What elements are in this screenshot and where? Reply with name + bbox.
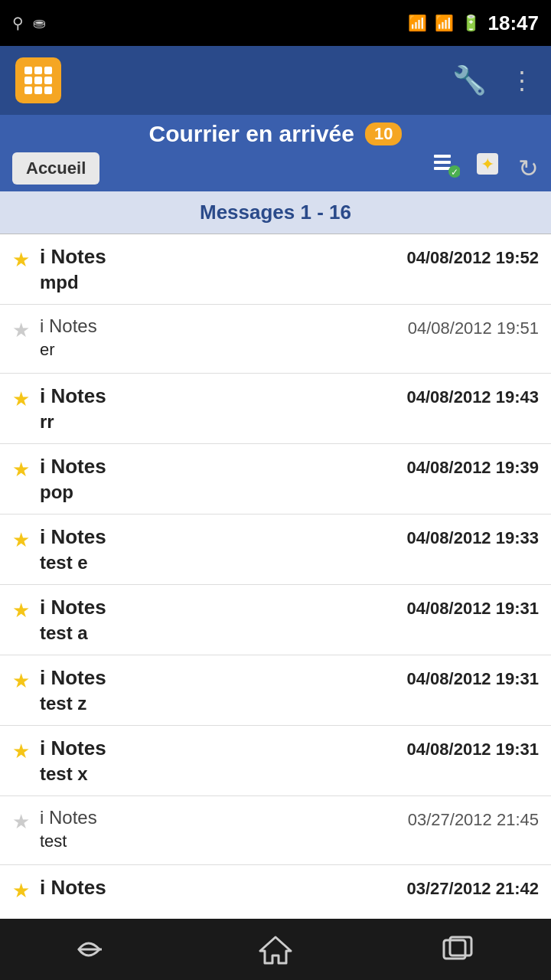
- message-sender: i Notes: [40, 384, 407, 408]
- star-icon[interactable]: ★: [12, 669, 30, 692]
- message-subject: test x: [40, 763, 407, 785]
- star-col[interactable]: ★: [12, 384, 40, 411]
- list-check-icon[interactable]: ✓: [432, 152, 460, 185]
- app-logo[interactable]: [15, 57, 61, 103]
- star-col[interactable]: ★: [12, 315, 40, 342]
- android-icon: ⚲: [12, 14, 24, 32]
- message-sender: i Notes: [40, 807, 408, 828]
- star-col[interactable]: ★: [12, 737, 40, 763]
- message-subject: er: [40, 340, 408, 360]
- message-list: ★i Notesmpd04/08/2012 19:52★i Noteser04/…: [0, 234, 551, 934]
- star-icon[interactable]: ★: [12, 458, 30, 481]
- message-subject: pop: [40, 482, 407, 503]
- new-note-icon[interactable]: ✦: [475, 152, 503, 185]
- message-date: 04/08/2012 19:43: [407, 384, 540, 407]
- svg-rect-0: [434, 155, 451, 158]
- message-date: 03/27/2012 21:45: [408, 807, 539, 830]
- message-date: 04/08/2012 19:31: [407, 596, 540, 619]
- message-subject: mpd: [40, 272, 407, 293]
- message-subject: test e: [40, 552, 407, 573]
- back-button[interactable]: [54, 926, 130, 972]
- message-sender: i Notes: [40, 666, 407, 690]
- message-sender: i Notes: [40, 737, 407, 760]
- action-bar: 🔧 ⋮: [0, 46, 551, 115]
- message-content: i Notes: [40, 876, 407, 903]
- message-row[interactable]: ★i Notesmpd04/08/2012 19:52: [0, 234, 551, 305]
- message-row[interactable]: ★i Notesrr04/08/2012 19:43: [0, 374, 551, 444]
- star-col[interactable]: ★: [12, 596, 40, 622]
- message-date: 03/27/2012 21:42: [407, 876, 540, 899]
- message-row[interactable]: ★i Notestest x04/08/2012 19:31: [0, 726, 551, 796]
- message-sender: i Notes: [40, 455, 407, 479]
- message-date: 04/08/2012 19:31: [407, 737, 540, 760]
- svg-rect-1: [434, 161, 451, 164]
- wifi-icon: 📶: [408, 14, 427, 32]
- message-subject: test: [40, 831, 408, 851]
- star-icon[interactable]: ★: [12, 318, 30, 341]
- message-content: i Notestest a: [40, 596, 407, 644]
- messages-bar: Messages 1 - 16: [0, 191, 551, 234]
- star-col[interactable]: ★: [12, 807, 40, 834]
- inbox-title: Courrier en arrivée: [149, 121, 354, 147]
- message-content: i Notestest: [40, 807, 408, 851]
- star-icon[interactable]: ★: [12, 740, 30, 763]
- message-row[interactable]: ★i Notestest a04/08/2012 19:31: [0, 585, 551, 655]
- accueil-button[interactable]: Accueil: [12, 152, 99, 185]
- svg-marker-8: [260, 937, 291, 963]
- star-icon[interactable]: ★: [12, 528, 30, 551]
- message-sender: i Notes: [40, 596, 407, 619]
- message-content: i Notesmpd: [40, 245, 407, 293]
- svg-text:✦: ✦: [481, 155, 494, 174]
- star-col[interactable]: ★: [12, 245, 40, 272]
- message-subject: test z: [40, 693, 407, 714]
- message-content: i Notestest e: [40, 525, 407, 573]
- message-content: i Notestest x: [40, 737, 407, 785]
- star-icon[interactable]: ★: [12, 810, 30, 833]
- battery-icon: 🔋: [461, 14, 481, 32]
- header: Courrier en arrivée 10 Accueil ✓ ✦ ↻: [0, 115, 551, 191]
- message-sender: i Notes: [40, 525, 407, 549]
- home-button[interactable]: [237, 926, 314, 972]
- status-bar: ⚲ ⛂ 📶 📶 🔋 18:47: [0, 0, 551, 46]
- bottom-navigation: [0, 919, 551, 980]
- message-date: 04/08/2012 19:39: [407, 455, 540, 478]
- message-row[interactable]: ★i Noteser04/08/2012 19:51: [0, 305, 551, 374]
- message-content: i Notestest z: [40, 666, 407, 714]
- usb-icon: ⛂: [33, 14, 46, 32]
- message-row[interactable]: ★i Notestest e04/08/2012 19:33: [0, 514, 551, 585]
- message-row[interactable]: ★i Notestest03/27/2012 21:45: [0, 796, 551, 865]
- status-time: 18:47: [488, 11, 540, 35]
- message-sender: i Notes: [40, 315, 408, 337]
- star-col[interactable]: ★: [12, 525, 40, 552]
- message-date: 04/08/2012 19:31: [407, 666, 540, 689]
- signal-icon: 📶: [435, 14, 454, 32]
- star-icon[interactable]: ★: [12, 599, 30, 622]
- message-sender: i Notes: [40, 245, 407, 269]
- message-content: i Notespop: [40, 455, 407, 503]
- message-row[interactable]: ★i Notestest z04/08/2012 19:31: [0, 655, 551, 726]
- star-icon[interactable]: ★: [12, 387, 30, 410]
- refresh-icon[interactable]: ↻: [518, 154, 539, 183]
- star-col[interactable]: ★: [12, 666, 40, 693]
- star-icon[interactable]: ★: [12, 879, 30, 902]
- message-date: 04/08/2012 19:52: [407, 245, 540, 268]
- star-col[interactable]: ★: [12, 876, 40, 903]
- messages-count: Messages 1 - 16: [200, 201, 351, 224]
- message-subject: rr: [40, 411, 407, 433]
- message-date: 04/08/2012 19:51: [408, 315, 539, 338]
- message-date: 04/08/2012 19:33: [407, 525, 540, 548]
- tools-icon[interactable]: 🔧: [452, 64, 487, 96]
- star-icon[interactable]: ★: [12, 248, 30, 271]
- recents-button[interactable]: [421, 926, 497, 972]
- unread-badge: 10: [365, 122, 402, 145]
- menu-icon[interactable]: ⋮: [510, 66, 536, 95]
- message-content: i Noteser: [40, 315, 408, 360]
- star-col[interactable]: ★: [12, 455, 40, 482]
- message-content: i Notesrr: [40, 384, 407, 433]
- svg-text:✓: ✓: [451, 167, 458, 178]
- message-row[interactable]: ★i Notespop04/08/2012 19:39: [0, 444, 551, 514]
- message-subject: test a: [40, 622, 407, 644]
- message-sender: i Notes: [40, 876, 407, 900]
- svg-rect-2: [434, 167, 451, 170]
